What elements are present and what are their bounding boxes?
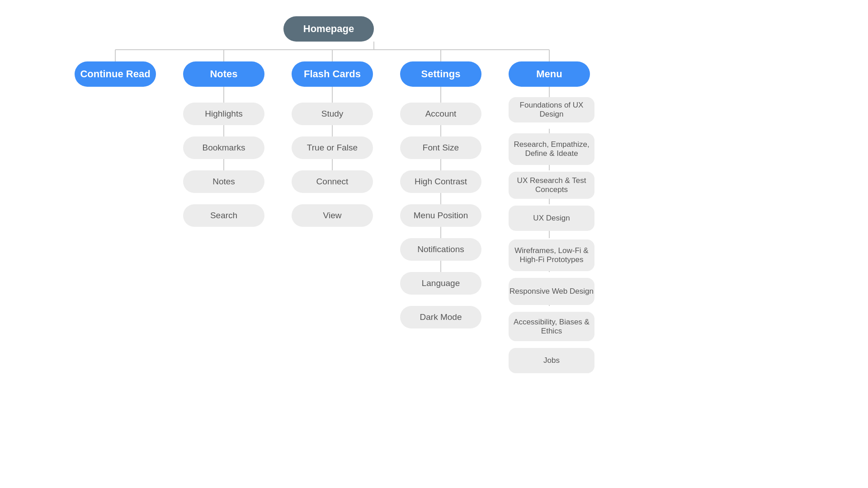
settings-node[interactable]: Settings (400, 61, 481, 87)
notifications-node[interactable]: Notifications (400, 238, 481, 261)
accessibility-node[interactable]: Accessibility, Biases & Ethics (509, 312, 594, 341)
diagram: Homepage Continue Read Notes Highlights … (0, 0, 868, 488)
homepage-node: Homepage (283, 16, 374, 42)
bookmarks-node[interactable]: Bookmarks (183, 136, 264, 159)
search-node[interactable]: Search (183, 204, 264, 227)
ux-design-node[interactable]: UX Design (509, 206, 594, 231)
research-empathize-node[interactable]: Research, Empathize, Define & Ideate (509, 133, 594, 165)
dark-mode-node[interactable]: Dark Mode (400, 306, 481, 328)
ux-research-test-node[interactable]: UX Research & Test Concepts (509, 172, 594, 199)
jobs-node[interactable]: Jobs (509, 348, 594, 373)
notes-child-node[interactable]: Notes (183, 170, 264, 193)
foundations-ux-node[interactable]: Foundations of UX Design (509, 97, 594, 122)
responsive-node[interactable]: Responsive Web Design (509, 278, 594, 305)
true-or-false-node[interactable]: True or False (292, 136, 373, 159)
view-node[interactable]: View (292, 204, 373, 227)
menu-node[interactable]: Menu (509, 61, 590, 87)
continue-read-node[interactable]: Continue Read (75, 61, 156, 87)
account-node[interactable]: Account (400, 103, 481, 125)
font-size-node[interactable]: Font Size (400, 136, 481, 159)
language-node[interactable]: Language (400, 272, 481, 295)
menu-position-node[interactable]: Menu Position (400, 204, 481, 227)
connect-node[interactable]: Connect (292, 170, 373, 193)
flash-cards-node[interactable]: Flash Cards (292, 61, 373, 87)
high-contrast-node[interactable]: High Contrast (400, 170, 481, 193)
highlights-node[interactable]: Highlights (183, 103, 264, 125)
study-node[interactable]: Study (292, 103, 373, 125)
notes-node[interactable]: Notes (183, 61, 264, 87)
wireframes-node[interactable]: Wireframes, Low-Fi & High-Fi Prototypes (509, 239, 594, 271)
